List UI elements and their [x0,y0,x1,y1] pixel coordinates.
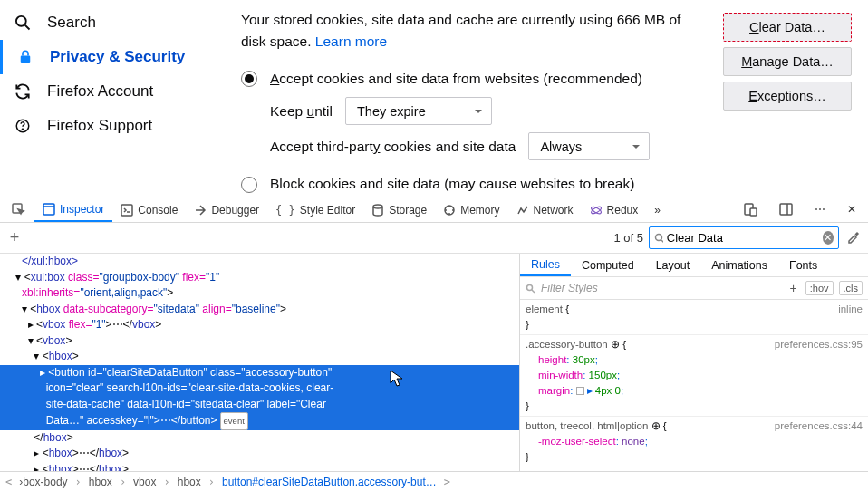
tab-rules[interactable]: Rules [520,254,571,276]
svg-point-0 [16,16,26,26]
dom-tree[interactable]: </xul:hbox> ▾ <xul:box class="groupbox-b… [0,254,520,471]
accept-cookies-radio[interactable] [241,71,257,87]
breadcrumb: < ›box-body› hbox› vbox› hbox› button#cl… [0,471,868,491]
lock-icon [15,47,35,67]
help-icon [13,116,33,136]
preferences-content: Your stored cookies, site data and cache… [216,0,868,197]
third-party-label: Accept third-party cookies and site data [270,136,516,158]
cookies-intro-text: Your stored cookies, site data and cache… [241,12,680,49]
clear-search-button[interactable]: ✕ [823,231,834,245]
svg-line-20 [532,290,535,293]
toggle-hover-button[interactable]: :hov [805,281,834,295]
devtools-options-button[interactable]: ⋯ [806,203,834,216]
sync-icon [13,82,33,101]
sidebar-item-label: Privacy & Security [50,48,185,66]
dock-button[interactable] [771,203,801,217]
tab-network[interactable]: Network [508,197,582,222]
tab-style-editor[interactable]: { }Style Editor [267,197,363,222]
search-icon [654,233,663,244]
tab-animations[interactable]: Animations [700,254,778,276]
svg-line-1 [25,25,30,30]
filter-styles-input[interactable]: Filter Styles [541,282,782,294]
add-element-button[interactable]: + [0,228,29,247]
clear-data-button[interactable]: Clear Data… [723,13,852,42]
tab-memory[interactable]: Memory [435,197,507,222]
svg-rect-6 [43,204,54,215]
responsive-mode-button[interactable] [736,203,766,217]
tab-redux[interactable]: Redux [582,197,647,222]
tab-layout[interactable]: Layout [645,254,701,276]
sidebar-item-label: Search [47,14,96,32]
tab-fonts[interactable]: Fonts [778,254,828,276]
toggle-cls-button[interactable]: .cls [839,281,863,295]
breadcrumb-next[interactable]: > [442,476,452,488]
tab-debugger[interactable]: Debugger [186,197,267,222]
svg-rect-14 [750,208,757,216]
breadcrumb-prev[interactable]: < [4,476,14,488]
exceptions-button[interactable]: Exceptions… [723,82,852,111]
manage-data-button[interactable]: Manage Data… [723,47,852,76]
block-cookies-label: Block cookies and site data (may cause w… [270,173,634,195]
search-icon [526,284,535,294]
svg-point-9 [373,205,382,208]
block-cookies-radio[interactable] [241,177,257,193]
svg-line-18 [661,240,663,243]
add-rule-button[interactable]: + [787,281,800,295]
rules-tablist: Rules Computed Layout Animations Fonts [520,254,868,277]
tab-storage[interactable]: Storage [363,197,435,222]
tab-console[interactable]: Console [112,197,186,222]
search-icon [13,13,33,33]
selected-node[interactable]: ▸ <button id="clearSiteDataButton" class… [0,365,519,381]
learn-more-link[interactable]: Learn more [315,34,387,49]
eyedropper-button[interactable] [846,229,861,246]
svg-rect-2 [21,56,31,63]
svg-rect-15 [780,204,792,215]
devtools-close-button[interactable]: ✕ [839,203,864,216]
inspector-search-wrap: ✕ [649,226,839,249]
devtools-toolbar: Inspector Console Debugger { }Style Edit… [0,197,868,223]
keep-until-label: Keep until [270,101,333,122]
keep-until-select[interactable]: They expire [345,97,492,125]
sidebar-item-label: Firefox Support [47,117,152,135]
accept-cookies-label: Accept cookies and site data from websit… [270,68,642,90]
inspector-search-input[interactable] [667,231,819,245]
breadcrumb-current[interactable]: button#clearSiteDataButton.accessory-but… [222,476,437,488]
sidebar-item-search[interactable]: Search [0,5,216,40]
svg-point-4 [22,129,23,130]
search-result-count: 1 of 5 [613,231,649,245]
tabs-overflow[interactable]: » [646,197,669,222]
sidebar-item-account[interactable]: Firefox Account [0,74,216,109]
sidebar-item-privacy[interactable]: Privacy & Security [0,40,216,74]
sidebar-item-support[interactable]: Firefox Support [0,109,216,143]
tab-computed[interactable]: Computed [571,254,645,276]
event-badge[interactable]: event [220,412,248,430]
svg-point-17 [656,234,662,240]
tab-inspector[interactable]: Inspector [34,197,112,222]
sidebar-item-label: Firefox Account [47,82,153,101]
svg-point-19 [527,284,533,290]
rules-list[interactable]: inline element { } preferences.css:95 .a… [520,300,868,471]
third-party-select[interactable]: Always [528,132,650,160]
pick-element-button[interactable] [4,197,34,222]
